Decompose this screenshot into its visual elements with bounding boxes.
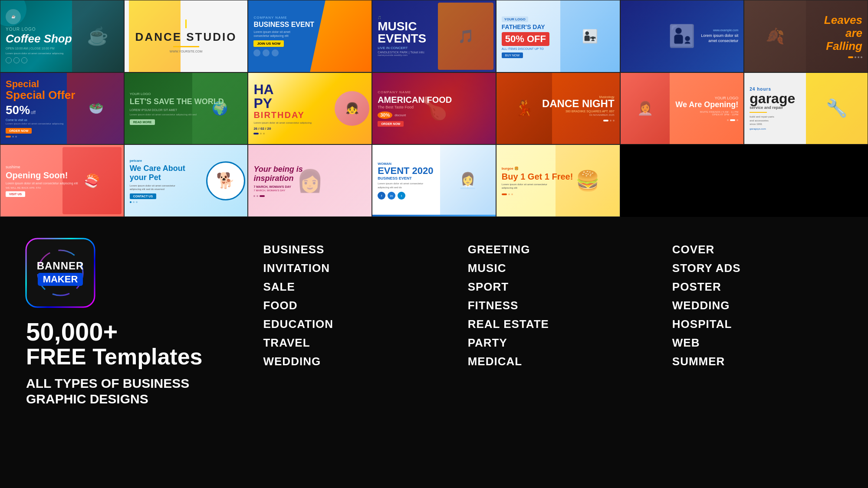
cat-wedding-2: WEDDING [672, 299, 842, 312]
categories-grid: BUSINESS INVITATION SALE FOOD EDUCATION … [228, 243, 842, 368]
card-title: BUSINESS EVENT [253, 21, 314, 29]
banner-we-are-opening[interactable]: 👩‍💼 YOUR LOGO We Are Opening! INVITE FRI… [620, 72, 744, 145]
banner-buy-one-get-one[interactable]: 🍔 burgoe 🍔 Buy 1 Get 1 Free! Lorem ipsum… [496, 144, 620, 217]
cat-education: EDUCATION [263, 318, 433, 331]
card-subtitle: 380 BRADIIKE SQUARES APT. 897 [502, 110, 615, 113]
bottom-section: BANNER MAKER 50,000+ FREE Templates ALL … [0, 217, 868, 488]
cat-summer: SUMMER [672, 355, 842, 368]
cat-sport: SPORT [468, 280, 638, 294]
cat-poster: POSTER [672, 280, 842, 294]
banner-music-events[interactable]: 🎵 🎵 MUSIC EVENTS LIVE IN CONCERT CANDLES… [372, 0, 496, 72]
banner-fathers-photo[interactable]: www.example.com Lorem ipsum dolor sit am… [620, 0, 744, 72]
card-title: EVENT 2020 [378, 166, 434, 176]
banner-leaves-falling[interactable]: 🍂 LeavesareFalling [744, 0, 868, 72]
banner-happy-birthday[interactable]: 👧 HA PY BIRTHDAY Lorem ipsum dolor sit a… [248, 72, 372, 145]
cat-invitation: INVITATION [263, 262, 433, 275]
cat-music: MUSIC [468, 262, 638, 275]
cat-medical: MEDICAL [468, 355, 638, 368]
cat-wedding-1: WEDDING [263, 355, 433, 368]
logo-section: BANNER MAKER 50,000+ FREE Templates ALL … [26, 239, 202, 407]
card-title: Coffee Shop [6, 33, 72, 45]
card-title: We Care About your Pet [130, 164, 191, 183]
tagline-line2: GRAPHIC DESIGNS [26, 391, 189, 407]
templates-label: FREE Templates [26, 345, 202, 368]
card-title: garage [750, 92, 795, 105]
card-subtitle: LIVE IN CONCERT [378, 46, 426, 50]
logo-container: BANNER MAKER [26, 239, 95, 307]
banner-lets-save[interactable]: 🌍 YOUR LOGO LET'S SAVE THE WORLD LOREM I… [124, 72, 248, 145]
tagline-line1: ALL TYPES OF BUSINESS [26, 376, 189, 391]
cat-story-ads: STORY ADS [672, 262, 842, 275]
template-count: 50,000+ [26, 319, 202, 344]
card-subtitle: LOREM IPSUM DOLOR SIT AMET [130, 108, 224, 112]
cat-hospital: HOSPITAL [672, 318, 842, 331]
banner-dance-studio[interactable]: DANCE STUDIO WWW.YOURSITE.COM [124, 0, 248, 72]
banner-garage[interactable]: 🔧 24 hours garage service and repair bui… [744, 72, 868, 145]
card-title: LeavesareFalling [824, 14, 862, 53]
banner-opening-soon-sushi[interactable]: 🍣 sushime Opening Soon! Lorem ipsum dolo… [0, 144, 124, 217]
gallery-grid: ☕ YOUR LOGO Coffee Shop OPEN 10:00 AM | … [0, 0, 868, 217]
banner-pet-care[interactable]: 🐕 petcare We Care About your Pet Lorem i… [124, 144, 248, 217]
cat-real-estate: REAL ESTATE [468, 318, 638, 331]
card-offer-text: Special Offer [6, 89, 75, 102]
card-eyebrow: YOUR LOGO [6, 27, 72, 32]
read-more-button[interactable]: READ MORE [130, 119, 155, 125]
cat-fitness: FITNESS [468, 299, 638, 312]
contact-button[interactable]: CONTACT US [130, 193, 156, 199]
card-title: Buy 1 Get 1 Free! [502, 172, 573, 181]
cat-greeting: GREETING [468, 243, 638, 256]
card-title: MUSIC [378, 20, 426, 33]
category-column-1: BUSINESS INVITATION SALE FOOD EDUCATION … [263, 243, 433, 368]
cat-food: FOOD [263, 299, 433, 312]
sale-badge: 50% OFF [502, 32, 549, 46]
card-time: OPEN AT 3PM - 11PM [626, 113, 739, 116]
card-subtitle: BUSINESS EVENT [378, 176, 434, 180]
card-title: DANCE STUDIO [135, 31, 237, 43]
card-title: Your being is inspiration [253, 165, 323, 183]
banner-business-event[interactable]: COMPANY NAME BUSINESS EVENT Lorem ipsum … [248, 0, 372, 72]
tagline: ALL TYPES OF BUSINESS GRAPHIC DESIGNS [26, 376, 189, 407]
card-subtitle: OPEN 10:00 AM | CLOSE 10:00 PM [6, 46, 72, 51]
card-title: We Are Opening! [626, 100, 739, 110]
cat-business: BUSINESS [263, 243, 433, 256]
cat-cover: COVER [672, 243, 842, 256]
cat-sale: SALE [263, 280, 433, 294]
card-subtitle: 7 MARCH, WOMAN'S DAY [253, 185, 323, 188]
order-now-btn[interactable]: ORDER NOW [378, 121, 404, 127]
cta-button[interactable]: JOIN US NOW [253, 40, 284, 47]
cat-party: PARTY [468, 336, 638, 350]
banner-event-2020[interactable]: 👩‍💼 WOMAN EVENT 2020 BUSINESS EVENT Lore… [372, 144, 496, 217]
category-column-3: COVER STORY ADS POSTER WEDDING HOSPITAL … [672, 243, 842, 368]
logo-text-banner: BANNER [37, 260, 84, 272]
card-subtitle: WE WILL BE BACK APR. 5TH [6, 187, 78, 189]
card-special-text: Special [6, 79, 75, 89]
card-subtitle: ALL ITEMS DISCOUNT UP TO [502, 47, 549, 50]
banner-coffee-shop[interactable]: ☕ YOUR LOGO Coffee Shop OPEN 10:00 AM | … [0, 0, 124, 72]
card-ha: HA [253, 82, 311, 96]
card-title: AMERICAN FOOD [378, 95, 452, 105]
banner-fathers-day[interactable]: 👨‍👧 YOUR LOGO FATHER'S DAY 50% OFF ALL I… [496, 0, 620, 72]
card-subtitle: The Best Taste Food [378, 105, 452, 109]
card-title: DANCE NIGHT [502, 98, 615, 109]
logo-text-maker: MAKER [38, 273, 83, 286]
banner-dance-night[interactable]: 💃 Musicology DANCE NIGHT 380 BRADIIKE SQ… [496, 72, 620, 145]
card-title: FATHER'S DAY [502, 24, 549, 30]
order-now-button[interactable]: ORDER NOW [6, 128, 32, 134]
visit-button[interactable]: VISIT US [6, 191, 25, 197]
card-url: WWW.YOURSITE.COM [135, 50, 237, 53]
card-title: Opening Soon! [6, 170, 78, 180]
buy-now-button[interactable]: BUY NOW [502, 52, 523, 58]
category-column-2: GREETING MUSIC SPORT FITNESS REAL ESTATE… [468, 243, 638, 368]
banner-inspiration[interactable]: 👩 Your being is inspiration 7 MARCH, WOM… [248, 144, 372, 217]
cat-web: WEB [672, 336, 842, 350]
card-title: LET'S SAVE THE WORLD [130, 97, 224, 107]
card-subtitle: Come to visit us [6, 118, 75, 121]
cat-travel: TRAVEL [263, 336, 433, 350]
banner-special-offer[interactable]: 🥗 🔥 Special Special Offer 50% off Come t… [0, 72, 124, 145]
banner-american-food[interactable]: 🍗 Company name AMERICAN FOOD The Best Ta… [372, 72, 496, 145]
